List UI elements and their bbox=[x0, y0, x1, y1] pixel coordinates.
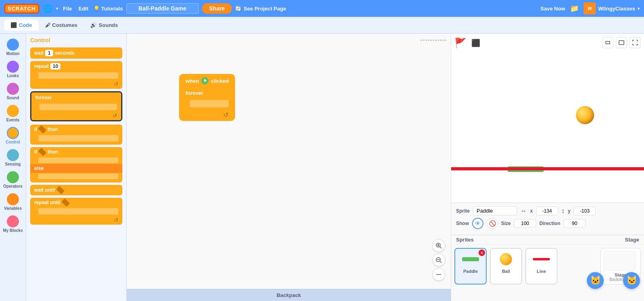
stop-button[interactable]: ⬛ bbox=[469, 36, 483, 50]
block-forever-footer: ↺ bbox=[31, 111, 121, 120]
sprite-list-content: ✕ Paddle Ball bbox=[451, 245, 644, 288]
when-clicked-block[interactable]: when ⚑ clicked bbox=[179, 74, 235, 88]
ball-thumb-name: Ball bbox=[502, 269, 510, 274]
events-icon bbox=[7, 105, 19, 117]
svg-rect-9 bbox=[619, 41, 624, 45]
block-forever-selected[interactable]: forever ↺ bbox=[30, 91, 122, 121]
share-button[interactable]: Share bbox=[202, 3, 232, 14]
globe-chevron[interactable]: ▾ bbox=[56, 6, 58, 11]
x-label: x bbox=[530, 208, 533, 214]
zoom-fit-button[interactable] bbox=[432, 268, 445, 281]
motion-icon bbox=[7, 39, 19, 51]
show-hidden-button[interactable]: 🚫 bbox=[487, 218, 498, 229]
user-avatar[interactable]: W WlingyClasses ▾ bbox=[584, 2, 640, 14]
see-project-button[interactable]: 🔄 See Project Page bbox=[235, 6, 286, 12]
sidebar-item-motion[interactable]: Motion bbox=[0, 37, 26, 57]
control-label: Control bbox=[6, 140, 20, 144]
block-if-header[interactable]: if then bbox=[30, 125, 122, 134]
folder-icon[interactable]: 📁 bbox=[570, 4, 579, 13]
globe-icon[interactable]: 🌐 bbox=[43, 4, 53, 13]
block-repeat-inner bbox=[30, 72, 122, 80]
tab-costumes[interactable]: 🖌 Costumes bbox=[39, 20, 84, 31]
line-visual bbox=[533, 258, 550, 260]
block-ifelse-header[interactable]: if then bbox=[30, 147, 122, 157]
scratch-logo[interactable]: SCRATCH bbox=[4, 4, 39, 14]
x-arrow-icon: ↔ bbox=[520, 207, 527, 215]
sidebar-item-control[interactable]: Control bbox=[0, 125, 26, 146]
backpack-bar[interactable]: Backpack bbox=[127, 289, 451, 301]
avatar-image: W bbox=[584, 2, 596, 14]
tabs-bar: ⬛ Code 🖌 Costumes 🔊 Sounds bbox=[0, 17, 644, 34]
sprite-thumb-ball[interactable]: Ball bbox=[490, 248, 522, 285]
block-if-footer bbox=[30, 142, 122, 145]
sprite-info-panel: Sprite ↔ x ↕ y Show 👁 🚫 Size Direction bbox=[451, 203, 644, 235]
large-stage-icon bbox=[619, 40, 624, 45]
sidebar-item-looks[interactable]: Looks bbox=[0, 59, 26, 80]
motion-label: Motion bbox=[6, 51, 20, 56]
green-flag-button[interactable]: 🚩 bbox=[454, 36, 467, 50]
script-block-when-clicked[interactable]: when ⚑ clicked forever ↺ bbox=[179, 74, 235, 121]
forever-block-in-script[interactable]: forever bbox=[179, 88, 235, 98]
zoom-out-button[interactable] bbox=[432, 254, 445, 266]
block-ifelse-container: if then else bbox=[30, 147, 122, 182]
sprite-list-header: Sprites Stage bbox=[451, 235, 644, 245]
fullscreen-button[interactable] bbox=[630, 37, 641, 48]
sidebar-item-events[interactable]: Events bbox=[0, 103, 26, 124]
small-stage-button[interactable] bbox=[602, 37, 613, 48]
sidebar-item-myblocks[interactable]: My Blocks bbox=[0, 214, 26, 234]
y-input[interactable] bbox=[574, 207, 596, 215]
sprite-info-row2: Show 👁 🚫 Size Direction bbox=[456, 218, 639, 229]
delete-paddle-button[interactable]: ✕ bbox=[479, 250, 485, 256]
sprite-thumb-paddle[interactable]: ✕ Paddle bbox=[454, 248, 487, 285]
forever-inner-slot bbox=[179, 98, 235, 109]
zoom-fit-icon bbox=[436, 271, 442, 278]
block-if-container: if then bbox=[30, 125, 122, 145]
block-wait-until[interactable]: wait until bbox=[30, 185, 122, 195]
top-navigation: SCRATCH 🌐 ▾ File Edit 💡 Tutorials Share … bbox=[0, 0, 644, 17]
variables-icon bbox=[7, 193, 19, 205]
sidebar-item-operators[interactable]: Operators bbox=[0, 170, 26, 190]
sensing-label: Sensing bbox=[5, 162, 21, 166]
sprite-thumb-line[interactable]: Line bbox=[525, 248, 557, 285]
block-repeat-footer: ↺ bbox=[30, 80, 122, 89]
line-thumb-visual bbox=[531, 251, 551, 267]
project-name-input[interactable] bbox=[126, 3, 199, 14]
sidebar-item-variables[interactable]: Variables bbox=[0, 192, 26, 212]
svg-rect-8 bbox=[606, 41, 610, 44]
scratch-workspace[interactable]: ●●●●●●●●●●● when ⚑ clicked forever ↺ bbox=[127, 34, 451, 301]
direction-input[interactable] bbox=[564, 219, 586, 228]
zoom-out-icon bbox=[436, 257, 442, 263]
tutorials-menu[interactable]: 💡 Tutorials bbox=[93, 6, 123, 12]
add-stage-button[interactable]: 🐱 bbox=[623, 272, 640, 289]
block-repeat-header[interactable]: repeat 10 bbox=[30, 61, 122, 72]
block-forever-inner bbox=[31, 103, 121, 111]
line-thumb-name: Line bbox=[537, 269, 546, 274]
direction-label: Direction bbox=[539, 221, 560, 226]
stage-area: 🚩 ⬛ bbox=[451, 34, 644, 203]
block-wait[interactable]: wait 1 seconds bbox=[30, 47, 122, 59]
block-ifelse-then-slot bbox=[30, 157, 122, 164]
sprite-name-input[interactable] bbox=[473, 206, 517, 215]
block-repeat-until-header[interactable]: repeat until bbox=[30, 198, 122, 207]
tab-code[interactable]: ⬛ Code bbox=[4, 20, 39, 31]
control-icon bbox=[7, 127, 19, 139]
sidebar-item-sensing[interactable]: Sensing bbox=[0, 147, 26, 168]
refresh-icon: 🔄 bbox=[235, 6, 242, 12]
large-stage-button[interactable] bbox=[616, 37, 627, 48]
edit-menu[interactable]: Edit bbox=[77, 6, 90, 12]
sidebar-item-sound[interactable]: Sound bbox=[0, 81, 26, 102]
zoom-in-button[interactable] bbox=[432, 239, 445, 252]
show-visible-button[interactable]: 👁 bbox=[472, 218, 483, 229]
backpack-label: Backpack bbox=[277, 292, 301, 298]
line-sprite-on-stage[interactable] bbox=[451, 167, 644, 170]
ball-sprite-on-stage[interactable] bbox=[576, 106, 594, 124]
cat-bot-icon: 🐱 bbox=[590, 275, 601, 286]
size-input[interactable] bbox=[514, 219, 536, 228]
stage-heading: Stage bbox=[625, 237, 639, 243]
save-now-button[interactable]: Save Now bbox=[541, 6, 565, 12]
x-input[interactable] bbox=[536, 207, 558, 215]
add-sprite-button[interactable]: 🐱 bbox=[587, 272, 604, 289]
ball-visual bbox=[500, 253, 512, 265]
tab-sounds[interactable]: 🔊 Sounds bbox=[84, 20, 124, 31]
file-menu[interactable]: File bbox=[62, 6, 74, 12]
